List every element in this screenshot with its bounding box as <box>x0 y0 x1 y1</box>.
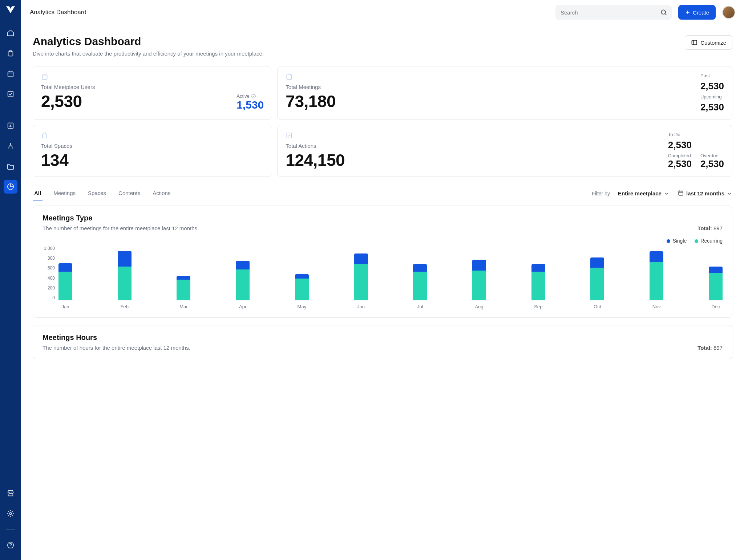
bar-feb <box>118 251 132 301</box>
bar-sep <box>531 264 545 301</box>
bar-jun <box>354 253 368 300</box>
chevron-down-icon <box>664 191 670 196</box>
nav-files[interactable] <box>4 159 17 173</box>
bar-dec <box>709 267 723 300</box>
nav-tasks[interactable] <box>4 87 17 101</box>
user-avatar[interactable] <box>722 6 735 19</box>
tab-spaces[interactable]: Spaces <box>86 186 108 200</box>
create-button[interactable]: Create <box>678 5 716 20</box>
kpi-meetings-label: Total Meetings <box>286 84 336 90</box>
svg-rect-9 <box>42 75 47 80</box>
nav-divider <box>6 110 15 110</box>
chart1-legend: Single Recurring <box>43 238 723 244</box>
kpi-todo-value: 2,530 <box>668 139 724 151</box>
chevron-down-icon <box>727 191 732 196</box>
app-logo <box>5 4 16 16</box>
nav-calendar[interactable] <box>4 67 17 81</box>
nav-workflows[interactable] <box>4 139 17 153</box>
kpi-past-label: Past <box>700 73 724 78</box>
chart2-subtitle: The number of hours for the entire meetp… <box>43 345 190 351</box>
topbar: Analytics Dashboard Create <box>21 0 744 25</box>
kpi-todo-label: To Do <box>668 132 724 137</box>
search-icon <box>660 9 667 17</box>
nav-settings[interactable] <box>4 507 17 520</box>
chart1-y-axis: 1,0008006004002000 <box>43 246 58 300</box>
svg-rect-1 <box>8 72 13 77</box>
page-subtitle: Dive into charts that evaluate the produ… <box>33 50 264 57</box>
kpi-spaces-card: Total Spaces 134 <box>33 125 272 177</box>
meetings-type-chart-card: Meetings Type The number of meetings for… <box>33 206 732 318</box>
bar-apr <box>236 261 250 301</box>
nav-divider-2 <box>6 529 15 529</box>
kpi-meetings-card: Total Meetings 73,180 Past 2,530 Upcomin… <box>277 66 732 120</box>
chart1-x-axis: JanFebMarAprMayJunJulAugSepOctNovDec <box>58 304 723 309</box>
nav-help[interactable] <box>4 538 17 552</box>
chart1-total: Total: 897 <box>698 225 723 231</box>
info-icon <box>251 94 256 99</box>
nav-analytics[interactable] <box>4 180 17 194</box>
svg-rect-0 <box>8 52 13 56</box>
kpi-completed-label: Completed <box>668 153 692 158</box>
svg-rect-12 <box>43 134 47 138</box>
svg-point-5 <box>9 512 12 515</box>
kpi-actions-value: 124,150 <box>286 150 345 170</box>
kpi-users-label: Total Meetplace Users <box>41 84 264 90</box>
filter-scope-dropdown[interactable]: Entire meetplace <box>618 190 670 196</box>
chart2-total: Total: 897 <box>698 345 723 351</box>
meetings-icon <box>286 73 336 82</box>
customize-button[interactable]: Customize <box>685 35 732 50</box>
calendar-icon <box>678 190 684 197</box>
bar-aug <box>472 260 486 301</box>
svg-rect-11 <box>287 75 292 80</box>
nav-spaces[interactable] <box>4 46 17 60</box>
bar-may <box>295 274 309 300</box>
svg-rect-13 <box>287 133 292 138</box>
svg-rect-8 <box>692 40 697 45</box>
kpi-completed-value: 2,530 <box>668 158 692 170</box>
customize-label: Customize <box>700 40 726 46</box>
svg-rect-14 <box>679 191 683 195</box>
chart1-bars <box>58 246 723 300</box>
kpi-meetings-value: 73,180 <box>286 92 336 111</box>
tab-all[interactable]: All <box>33 186 43 200</box>
bar-oct <box>590 257 604 301</box>
kpi-actions-label: Total Actions <box>286 143 345 149</box>
kpi-past-value: 2,530 <box>700 81 724 92</box>
chart1-subtitle: The number of meetings for the entire me… <box>43 225 199 231</box>
svg-rect-2 <box>8 92 13 97</box>
tab-meetings[interactable]: Meetings <box>52 186 77 200</box>
kpi-spaces-label: Total Spaces <box>41 143 264 149</box>
meetings-hours-chart-card: Meetings Hours The number of hours for t… <box>33 325 732 359</box>
kpi-users-card: Total Meetplace Users 2,530 Active 1,530 <box>33 66 272 120</box>
chart2-title: Meetings Hours <box>43 333 723 342</box>
page-title: Analytics Dashboard <box>33 35 264 48</box>
kpi-actions-card: Total Actions 124,150 To Do 2,530 Comple… <box>277 125 732 177</box>
nav-home[interactable] <box>4 26 17 40</box>
kpi-users-active-value: 1,530 <box>236 99 264 111</box>
filter-range-dropdown[interactable]: last 12 months <box>678 190 732 197</box>
tab-actions[interactable]: Actions <box>151 186 172 200</box>
nav-marketplace[interactable] <box>4 486 17 500</box>
create-label: Create <box>693 9 709 16</box>
kpi-spaces-value: 134 <box>41 150 264 170</box>
spaces-icon <box>41 134 48 140</box>
kpi-overdue-value: 2,530 <box>700 158 724 170</box>
actions-icon <box>286 132 345 141</box>
chart1-title: Meetings Type <box>43 214 723 222</box>
tabs: AllMeetingsSpacesContentsActions <box>33 186 172 200</box>
kpi-overdue-label: Overdue <box>700 153 724 158</box>
search-input[interactable] <box>555 5 672 20</box>
bar-jan <box>58 263 72 300</box>
bar-nov <box>650 251 663 300</box>
svg-point-7 <box>661 10 666 14</box>
tab-contents[interactable]: Contents <box>117 186 142 200</box>
kpi-upcoming-value: 2,530 <box>700 102 724 113</box>
bar-jul <box>413 264 427 301</box>
sidebar <box>0 0 21 560</box>
bar-mar <box>177 276 190 301</box>
legend-recurring: Recurring <box>695 238 723 244</box>
kpi-upcoming-label: Upcoming <box>700 94 724 100</box>
users-icon <box>41 75 48 81</box>
layout-icon <box>691 39 698 46</box>
nav-reports[interactable] <box>4 119 17 133</box>
